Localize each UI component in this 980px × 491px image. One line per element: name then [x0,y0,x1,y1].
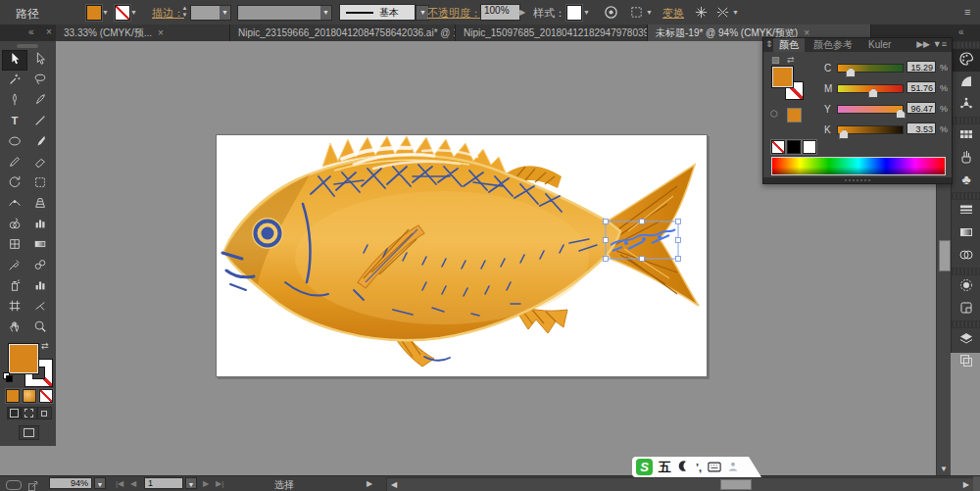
panel-menu-icon[interactable]: ▼≡ [933,39,947,49]
channel-value-input[interactable]: 51.76 [906,81,936,93]
tool-line-segment[interactable] [27,112,53,132]
channel-value-input[interactable]: 3.53 [906,123,936,134]
scroll-left-icon[interactable]: ◀ [391,480,397,489]
swap-fill-stroke-icon[interactable]: ⇄ [41,341,49,351]
scroll-right-icon[interactable]: ▶ [963,480,969,489]
color-panel-tab[interactable]: 颜色 [773,38,805,52]
dock-panel-artboards[interactable] [952,351,980,373]
tool-direct-selection[interactable] [27,50,53,71]
tool-free-transform[interactable] [27,173,53,194]
panel-resize-grip[interactable] [763,177,952,183]
tool-selection[interactable] [2,50,27,71]
tool-slice[interactable] [27,297,53,318]
ime-mode-label[interactable]: 五 [659,459,671,476]
panel-arrow-icon[interactable]: ▶ [367,479,372,488]
fill-color-swatch[interactable] [86,5,102,21]
panel-fill-swatch[interactable] [771,66,794,88]
ime-toolbar[interactable]: S 五 ’, [632,457,761,477]
person-icon[interactable] [727,459,739,476]
fill-dropdown-icon[interactable]: ▼ [102,9,109,16]
opacity-input[interactable]: 100% [480,4,520,21]
screen-mode-button[interactable] [19,425,39,440]
tool-eyedropper[interactable] [2,256,27,276]
color-button[interactable] [6,389,20,403]
align-icon[interactable] [694,5,709,24]
tool-width-tool[interactable] [2,194,27,215]
workflow-toggle-icon[interactable] [6,480,22,490]
tool-mesh[interactable] [2,235,27,256]
dock-panel-color-guide[interactable] [952,72,980,94]
tool-shape-builder[interactable] [2,215,27,235]
export-icon[interactable] [27,478,39,491]
tool-column-graph[interactable] [27,276,53,297]
gradient-button[interactable] [23,389,36,403]
tab-overflow-icon[interactable]: « [958,26,964,37]
tool-hand[interactable] [2,318,27,338]
horizontal-scrollbar-thumb[interactable] [720,479,752,490]
tool-lasso[interactable] [27,71,53,91]
swap-colors-icon[interactable]: ⇄ [787,55,795,65]
prev-artboard-icon[interactable]: ◀ [130,479,136,488]
dock-group-grip[interactable] [952,41,980,49]
style-swatch[interactable] [566,5,582,21]
dock-panel-transparency[interactable] [952,245,980,268]
panel-expand-icon[interactable]: ▶▶ [916,39,930,49]
sogou-logo-icon[interactable]: S [636,459,653,475]
dock-close-icon[interactable]: × [46,26,52,37]
artboard-number-input[interactable]: 1 [144,477,183,489]
distribute-icon[interactable] [715,5,730,24]
dock-group-grip[interactable] [952,268,980,275]
brush-definition-box[interactable]: 基本 [339,4,416,21]
opacity-link[interactable]: 不透明度： [427,6,481,21]
color-panel-tab[interactable]: Kuler [862,38,897,52]
resize-corner[interactable] [973,476,980,491]
tool-pencil[interactable] [2,153,27,173]
shade-tint-icon[interactable]: ▧ [771,55,780,65]
dock-panel-symbols[interactable]: ♣ [952,170,980,192]
dock-panel-gradient[interactable] [952,222,980,245]
moon-icon[interactable] [677,459,690,476]
scroll-down-icon[interactable]: ▼ [937,465,951,473]
tool-zoom-tool[interactable] [27,318,53,338]
punctuation-icon[interactable]: ’, [696,462,702,473]
white-swatch[interactable] [803,140,816,154]
last-artboard-icon[interactable]: ▶| [216,479,223,488]
keyboard-icon[interactable] [708,459,721,476]
tool-symbol-sprayer[interactable] [2,276,27,297]
dock-collapse-icon[interactable]: « [28,26,34,37]
stroke-weight-stepper[interactable]: ▲▼ [180,5,189,19]
dock-group-grip[interactable] [952,117,980,124]
channel-slider-track[interactable] [837,64,904,73]
dock-panel-swatches[interactable] [952,124,980,147]
tool-rotate[interactable] [2,173,27,194]
zoom-level-input[interactable]: 94% [49,477,92,489]
fill-proxy-swatch[interactable] [8,343,39,374]
chevron-down-icon[interactable]: ▼ [732,9,739,16]
document-tab[interactable]: Nipic_23159666_20180412084758642036.ai* … [230,25,456,41]
channel-value-input[interactable]: 96.47 [906,102,936,114]
tool-live-paint[interactable] [27,215,53,235]
tool-type[interactable]: T [2,112,27,132]
draw-behind-button[interactable] [22,407,36,419]
first-artboard-icon[interactable]: |◀ [116,479,123,488]
fish-artwork[interactable] [217,135,707,376]
document-tab[interactable]: 33.33% (CMYK/预...× [56,25,230,41]
horizontal-scrollbar[interactable]: ◀ ▶ [386,477,974,491]
recolor-artwork-icon[interactable] [604,5,618,24]
select-similar-icon[interactable] [629,5,644,24]
out-of-gamut-cube-icon[interactable]: ⬡ [770,109,778,119]
next-artboard-icon[interactable]: ▶ [203,479,209,488]
tool-calligraphy-pen[interactable] [27,91,53,112]
chevron-down-icon[interactable]: ▼ [320,6,331,20]
zoom-dropdown-icon[interactable]: ▼ [94,477,106,489]
dock-panel-graphic-styles[interactable] [952,298,980,320]
draw-normal-button[interactable] [7,407,22,419]
color-spectrum-bar[interactable] [771,157,946,175]
dock-panel-color[interactable] [952,49,980,72]
tool-perspective-grid[interactable] [27,194,53,215]
tool-paintbrush[interactable] [27,132,53,153]
variable-width-combo[interactable]: ▼ [237,5,332,21]
tool-blend[interactable] [27,256,53,276]
dock-group-grip[interactable] [952,320,980,328]
tool-magic-wand[interactable] [2,71,27,91]
